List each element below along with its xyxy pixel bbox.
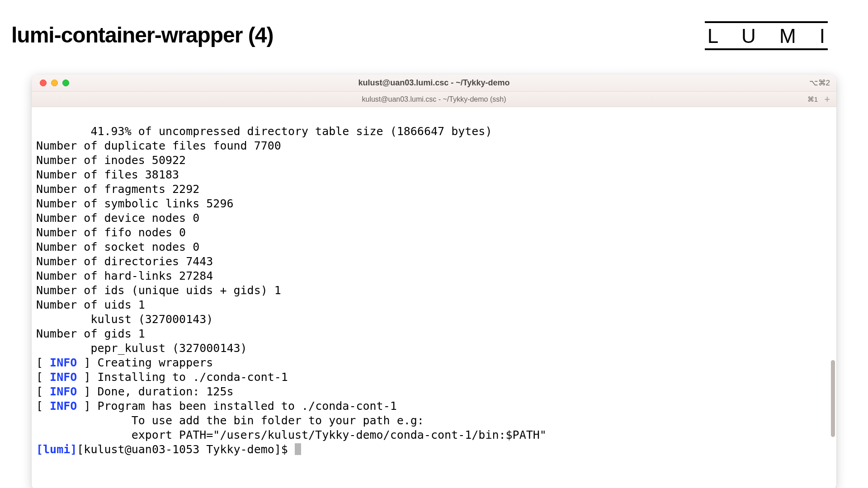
terminal-window: kulust@uan03.lumi.csc - ~/Tykky-demo ⌥⌘2… bbox=[32, 75, 836, 488]
new-tab-button[interactable]: + bbox=[822, 94, 832, 105]
terminal-line: pepr_kulust (327000143) bbox=[36, 342, 247, 355]
terminal-line: [ INFO ] Done, duration: 125s bbox=[36, 385, 234, 398]
terminal-line: Number of files 38183 bbox=[36, 168, 179, 181]
info-tag: INFO bbox=[50, 371, 77, 384]
terminal-line: Number of inodes 50922 bbox=[36, 154, 186, 167]
terminal-line: Number of gids 1 bbox=[36, 327, 145, 340]
tab-shortcut-label: ⌘1 bbox=[807, 95, 818, 103]
terminal-line: kulust (327000143) bbox=[36, 313, 213, 326]
terminal-line: Number of fifo nodes 0 bbox=[36, 226, 186, 239]
info-tag: INFO bbox=[50, 399, 77, 413]
info-msg: Installing to ./conda-cont-1 bbox=[97, 371, 288, 384]
window-titlebar: kulust@uan03.lumi.csc - ~/Tykky-demo ⌥⌘2 bbox=[32, 75, 836, 92]
window-shortcut-label: ⌥⌘2 bbox=[809, 78, 830, 88]
info-msg: Creating wrappers bbox=[97, 356, 213, 369]
prompt-text: [kulust@uan03-1053 Tykky-demo]$ bbox=[77, 443, 295, 456]
terminal-line: Number of ids (unique uids + gids) 1 bbox=[36, 284, 281, 297]
terminal-line: Number of socket nodes 0 bbox=[36, 240, 199, 253]
prompt-line: [lumi][kulust@uan03-1053 Tykky-demo]$ bbox=[36, 443, 301, 456]
scrollbar-thumb[interactable] bbox=[831, 360, 835, 437]
terminal-line: Number of duplicate files found 7700 bbox=[36, 139, 281, 152]
terminal-line: [ INFO ] Program has been installed to .… bbox=[36, 399, 397, 413]
terminal-line: Number of hard-links 27284 bbox=[36, 269, 213, 282]
terminal-line: export PATH="/users/kulust/Tykky-demo/co… bbox=[36, 428, 547, 441]
cursor-icon bbox=[295, 443, 301, 455]
tab-title[interactable]: kulust@uan03.lumi.csc - ~/Tykky-demo (ss… bbox=[32, 95, 836, 103]
prompt-host-tag: [lumi] bbox=[36, 443, 77, 456]
terminal-line: Number of fragments 2292 bbox=[36, 183, 199, 196]
info-msg: Done, duration: 125s bbox=[97, 385, 233, 398]
info-msg: Program has been installed to ./conda-co… bbox=[97, 399, 396, 413]
terminal-body[interactable]: 41.93% of uncompressed directory table s… bbox=[32, 107, 836, 488]
terminal-line: Number of uids 1 bbox=[36, 298, 145, 311]
terminal-line: To use add the bin folder to your path e… bbox=[36, 414, 424, 427]
terminal-line: 41.93% of uncompressed directory table s… bbox=[36, 125, 492, 138]
terminal-line: Number of directories 7443 bbox=[36, 255, 213, 268]
window-title: kulust@uan03.lumi.csc - ~/Tykky-demo bbox=[32, 78, 836, 88]
terminal-line: [ INFO ] Installing to ./conda-cont-1 bbox=[36, 371, 288, 384]
terminal-line: Number of device nodes 0 bbox=[36, 211, 199, 225]
info-tag: INFO bbox=[50, 385, 77, 398]
terminal-line: Number of symbolic links 5296 bbox=[36, 197, 234, 210]
lumi-logo: L U M I bbox=[708, 25, 834, 47]
tab-bar: kulust@uan03.lumi.csc - ~/Tykky-demo (ss… bbox=[32, 92, 836, 107]
terminal-line: [ INFO ] Creating wrappers bbox=[36, 356, 213, 369]
info-tag: INFO bbox=[50, 356, 77, 369]
